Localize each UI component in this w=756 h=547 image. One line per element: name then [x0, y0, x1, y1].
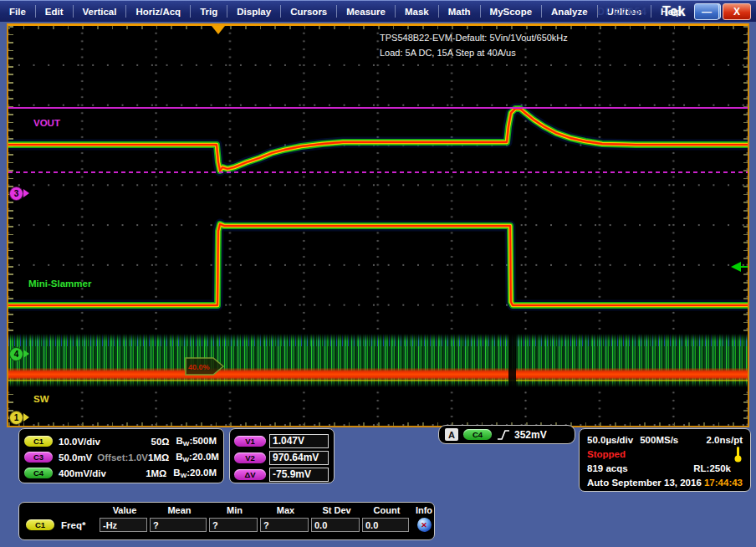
- measurement-mean: ?: [150, 518, 207, 532]
- waveform-display: TPS548B22-EVM-Default: 5Vin/1Vout/650kHz…: [8, 26, 748, 426]
- time-label: 17:44:43: [704, 478, 743, 488]
- annotation-line-2: Load: 5A DC, 15A Step at 40A/us: [380, 45, 568, 60]
- measurement-value: -Hz: [100, 518, 147, 532]
- timebase-scale: 50.0µs/div: [587, 435, 633, 445]
- mini-slammer-trace-label: Mini-Slammer: [28, 279, 91, 289]
- model-label: DPO7054: [597, 6, 647, 18]
- cursor-v2-row: V2 970.64mV: [234, 449, 329, 466]
- menu-horiz-acq[interactable]: Horiz/Acq: [126, 1, 190, 23]
- sw-flag-annotation: 40.0%: [185, 357, 225, 376]
- trigger-level-value: 352mV: [514, 429, 547, 441]
- channel-3-offset: Offset:1.0V: [97, 452, 148, 463]
- cursor-line-v2[interactable]: [8, 171, 748, 173]
- sw-trace-label: SW: [33, 394, 49, 404]
- sample-resolution: 2.0ns/pt: [707, 435, 743, 445]
- menu-trig[interactable]: Trig: [191, 1, 227, 23]
- cursor-v1-value: 1.047V: [269, 434, 329, 448]
- cursor-v1-row: V1 1.047V: [234, 432, 329, 449]
- channel-4-impedance: 1MΩ: [146, 468, 166, 478]
- header-mean: Mean: [150, 505, 209, 518]
- trigger-source-box: A: [445, 428, 458, 441]
- acquisition-count: 819 acqs: [587, 463, 628, 473]
- acquisition-status: Stopped: [587, 449, 626, 459]
- channel-1-impedance: 50Ω: [151, 437, 170, 447]
- trigger-channel-badge[interactable]: C4: [463, 429, 492, 440]
- measurement-min: ?: [209, 518, 258, 532]
- sw-flag-text: 40.0%: [188, 363, 210, 371]
- waveform-display-frame: TPS548B22-EVM-Default: 5Vin/1Vout/650kHz…: [7, 23, 749, 427]
- cursor-v1-badge[interactable]: V1: [234, 436, 266, 447]
- channel-1-bandwidth: BW:500M: [176, 436, 217, 447]
- menu-cursors[interactable]: Cursors: [281, 1, 336, 23]
- trigger-position-icon[interactable]: [212, 26, 225, 34]
- timebase-panel: 50.0µs/div 500MS/s 2.0ns/pt Stopped 819 …: [579, 428, 751, 492]
- trigger-readout-panel[interactable]: A C4 352mV: [438, 425, 575, 444]
- cursor-delta-value: -75.9mV: [269, 468, 329, 482]
- cursor-v2-value: 970.64mV: [269, 451, 329, 465]
- close-button[interactable]: X: [723, 3, 751, 20]
- menu-edit[interactable]: Edit: [36, 1, 73, 23]
- channel-4-arrow-icon: [23, 350, 29, 358]
- trigger-mode: Auto: [587, 478, 609, 488]
- header-min: Min: [209, 505, 260, 518]
- vout-and-slammer-traces: [8, 26, 748, 426]
- channel-1-scale: 10.0V/div: [59, 437, 100, 447]
- annotation-line-1: TPS548B22-EVM-Default: 5Vin/1Vout/650kHz: [380, 30, 568, 45]
- date-label: September 13, 2016: [611, 478, 701, 488]
- channel-3-settings-row[interactable]: C3 50.0mV Offset:1.0V 1MΩ BW:20.0M: [24, 449, 217, 465]
- channel-3-bandwidth: BW:20.0M: [176, 452, 219, 463]
- channel-4-settings-row[interactable]: C4 400mV/div 1MΩ BW:20.0M: [24, 465, 217, 481]
- header-stdev: St Dev: [311, 505, 362, 518]
- menu-vertical[interactable]: Vertical: [74, 1, 126, 23]
- channel-4-marker[interactable]: 4: [9, 347, 23, 361]
- menu-display[interactable]: Display: [227, 1, 280, 23]
- channel-settings-panel: C1 10.0V/div 50Ω BW:500M C3 50.0mV Offse…: [18, 428, 224, 483]
- channel-1-settings-row[interactable]: C1 10.0V/div 50Ω BW:500M: [24, 433, 217, 449]
- measurement-count: 0.0: [362, 518, 409, 532]
- header-count: Count: [362, 505, 411, 518]
- header-info: Info: [411, 505, 437, 518]
- menu-analyze[interactable]: Analyze: [542, 1, 596, 23]
- channel-4-scale: 400mV/div: [59, 468, 106, 478]
- cursor-v2-badge[interactable]: V2: [234, 452, 266, 463]
- channel-3-badge[interactable]: C3: [24, 452, 53, 463]
- channel-1-marker[interactable]: 1: [9, 411, 23, 425]
- minimize-icon: —: [702, 6, 712, 18]
- oscilloscope-window: File Edit Vertical Horiz/Acq Trig Displa…: [0, 0, 756, 547]
- measurement-table-row: C1 Freq* -Hz ? ? ? 0.0 0.0 ✕: [24, 518, 430, 532]
- header-value: Value: [100, 505, 150, 518]
- channel-4-badge[interactable]: C4: [24, 468, 53, 478]
- cursor-readout-panel: V1 1.047V V2 970.64mV ΔV -75.9mV: [229, 428, 335, 483]
- info-globe-icon[interactable]: ✕: [417, 518, 432, 532]
- menu-file[interactable]: File: [0, 1, 35, 23]
- menu-mask[interactable]: Mask: [396, 1, 438, 23]
- measurement-stdev: 0.0: [311, 518, 360, 532]
- screen-annotation: TPS548B22-EVM-Default: 5Vin/1Vout/650kHz…: [380, 30, 568, 60]
- record-length: RL:250k: [693, 463, 731, 473]
- cursor-delta-row: ΔV -75.9mV: [234, 466, 329, 483]
- channel-3-arrow-icon: [23, 189, 29, 197]
- measurement-max: ?: [260, 518, 309, 532]
- channel-1-badge[interactable]: C1: [24, 436, 53, 447]
- trigger-level-line: [738, 266, 748, 268]
- sample-rate: 500MS/s: [640, 435, 678, 445]
- channel-3-impedance: 1MΩ: [148, 452, 169, 463]
- measurement-table-header: Value Mean Min Max St Dev Count Info: [24, 505, 430, 518]
- cursor-line-v1[interactable]: [8, 107, 748, 109]
- close-icon: X: [733, 6, 740, 18]
- channel-3-marker[interactable]: 3: [9, 187, 23, 201]
- measurement-name: Freq*: [61, 520, 85, 530]
- channel-1-arrow-icon: [23, 413, 29, 422]
- measurement-channel-badge[interactable]: C1: [26, 519, 54, 530]
- vout-trace-label: VOUT: [33, 118, 60, 128]
- rising-edge-icon: [497, 429, 510, 441]
- minimize-button[interactable]: —: [694, 3, 719, 20]
- menu-measure[interactable]: Measure: [337, 1, 395, 23]
- menu-math[interactable]: Math: [439, 1, 480, 23]
- channel-3-scale: 50.0mV: [59, 452, 92, 463]
- temperature-icon: [733, 446, 743, 463]
- cursor-delta-badge[interactable]: ΔV: [234, 469, 266, 480]
- tek-logo: Tek: [662, 4, 686, 19]
- channel-4-bandwidth: BW:20.0M: [173, 468, 217, 479]
- menu-myscope[interactable]: MyScope: [481, 1, 542, 23]
